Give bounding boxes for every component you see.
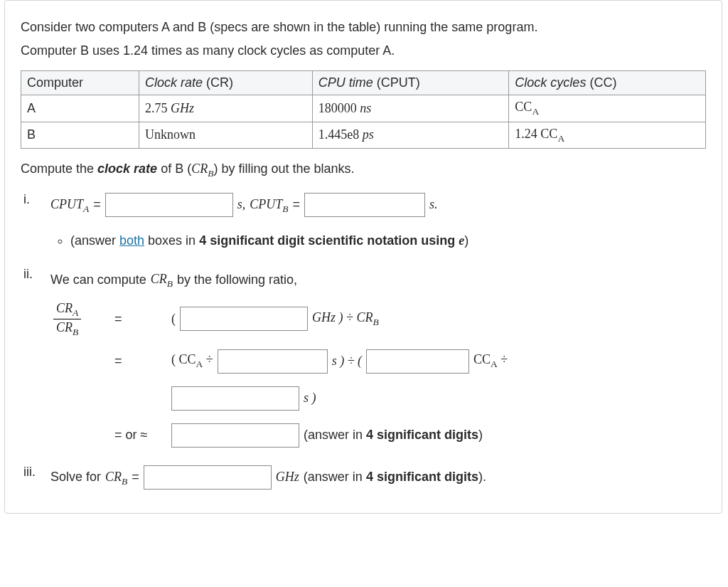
cputb-var: CPUTB — [250, 191, 288, 219]
equals: = — [114, 354, 171, 369]
note-i: (answer both boxes in 4 significant digi… — [70, 232, 706, 250]
col-clock-rate: Clock rate (CR) — [139, 71, 312, 95]
note-iii: (answer in 4 significant digits). — [304, 463, 486, 492]
lead-text: We can compute — [50, 266, 146, 295]
open-paren: ( — [171, 312, 176, 327]
equals: = — [93, 191, 101, 219]
part-label: iii. — [23, 465, 36, 480]
table-row: B Unknown 1.445e8 ps 1.24 CCA — [21, 122, 706, 149]
part-i: i. CPUTA = s, CPUTB = s. (answer both bo… — [21, 191, 706, 250]
cputa-input[interactable] — [105, 193, 233, 217]
part-label: i. — [23, 192, 30, 207]
part-ii: ii. We can compute CRB by the following … — [21, 265, 706, 447]
table-header-row: Computer Clock rate (CR) CPU time (CPUT)… — [21, 71, 706, 95]
intro-line-1: Consider two computers A and B (specs ar… — [21, 18, 706, 37]
s-close: s ) — [304, 391, 316, 406]
col-computer: Computer — [21, 71, 139, 95]
crb-var: CRB — [151, 265, 173, 294]
crb-result-input[interactable] — [144, 465, 272, 490]
cca-div: CCA ÷ — [473, 352, 508, 370]
specs-table: Computer Clock rate (CR) CPU time (CPUT)… — [21, 70, 706, 149]
cra-ghz-input[interactable] — [180, 307, 308, 331]
ratio-result-input[interactable] — [171, 423, 299, 448]
cputa-var: CPUTA — [50, 191, 89, 219]
cca-div-open: ( CCA ÷ — [171, 352, 213, 370]
eq-or-approx: = or ≈ — [114, 428, 171, 443]
cell-cr: Unknown — [139, 122, 312, 149]
cputb-s-input[interactable] — [171, 386, 299, 411]
cell-cr: 2.75 GHz — [139, 95, 312, 122]
prompt: Compute the clock rate of B (CRB) by fil… — [21, 162, 706, 179]
part-iii: iii. Solve for CRB = GHz (answer in 4 si… — [21, 463, 706, 492]
cell-name: A — [21, 95, 139, 122]
equals: = — [114, 312, 171, 327]
unit-s: s, — [237, 191, 246, 219]
equals: = — [293, 191, 301, 219]
table-row: A 2.75 GHz 180000 ns CCA — [21, 95, 706, 122]
equals: = — [132, 463, 139, 492]
cputa-s-input[interactable] — [218, 349, 328, 374]
crb-var: CRB — [105, 463, 127, 492]
col-clock-cycles: Clock cycles (CC) — [509, 71, 706, 95]
both-link[interactable]: both — [119, 233, 144, 248]
tail-text: by the following ratio, — [177, 266, 297, 295]
col-cpu-time: CPU time (CPUT) — [312, 71, 509, 95]
cputb-input[interactable] — [304, 193, 425, 217]
part-label: ii. — [23, 267, 33, 282]
cell-cc: CCA — [509, 95, 706, 122]
lead-text: Solve for — [50, 463, 101, 492]
s-close-open: s ) ÷ ( — [332, 354, 362, 369]
question-panel: Consider two computers A and B (specs ar… — [4, 0, 722, 514]
intro-line-2: Computer B uses 1.24 times as many clock… — [21, 41, 706, 60]
cell-name: B — [21, 122, 139, 149]
note-ii: (answer in 4 significant digits) — [304, 428, 483, 443]
unit-ghz: GHz — [276, 463, 299, 492]
cell-cc: 1.24 CCA — [509, 122, 706, 149]
cell-cput: 1.445e8 ps — [312, 122, 509, 149]
ratio-fraction: CRA CRB — [53, 302, 81, 337]
ccb-factor-input[interactable] — [366, 349, 469, 374]
unit-s: s. — [429, 191, 438, 219]
ghz-div-crb: GHz ) ÷ CRB — [312, 310, 379, 328]
cell-cput: 180000 ns — [312, 95, 509, 122]
